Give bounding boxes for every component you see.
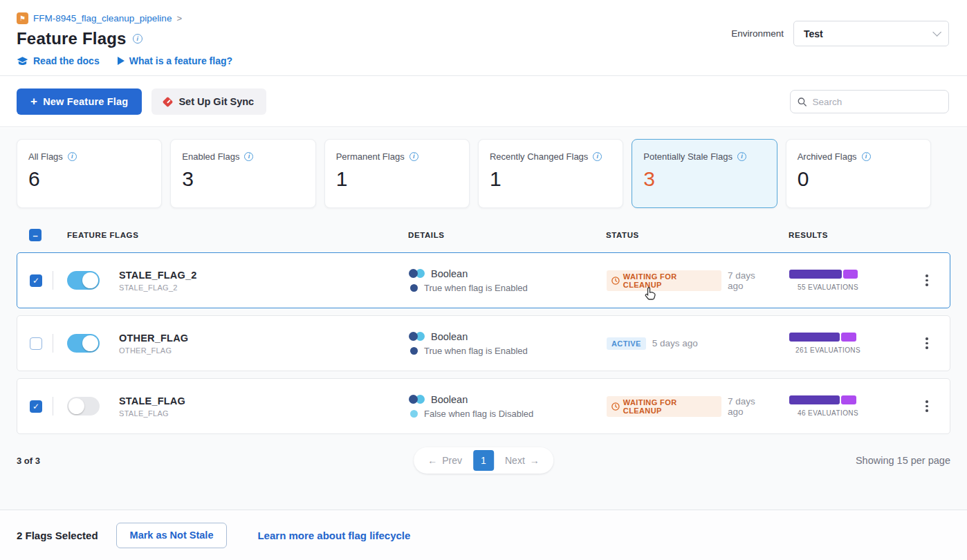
- kebab-menu-icon[interactable]: [921, 270, 932, 290]
- breadcrumb-chevron-icon: >: [176, 13, 182, 24]
- status-age: 7 days ago: [728, 270, 773, 291]
- kebab-menu-icon[interactable]: [921, 396, 932, 416]
- flag-id: STALE_FLAG: [119, 409, 185, 418]
- page-title: Feature Flags: [17, 29, 127, 48]
- evaluations-bar: [789, 270, 867, 279]
- toggle-knob: [82, 272, 98, 288]
- table-row[interactable]: ✓ STALE_FLAG_2 STALE_FLAG_2 Boolean True…: [17, 252, 950, 308]
- new-feature-flag-button[interactable]: + New Feature Flag: [17, 88, 142, 115]
- pagination: 3 of 3 ← Prev 1 Next → Showing 15 per pa…: [17, 447, 950, 474]
- col-header-details: DETAILS: [394, 231, 592, 239]
- rule-dot-icon: [410, 347, 418, 355]
- info-icon[interactable]: i: [68, 152, 77, 161]
- col-header-feature-flags: FEATURE FLAGS: [67, 231, 138, 239]
- flag-rule: True when flag is Enabled: [424, 283, 528, 293]
- stat-card-4[interactable]: Potentially Stale Flags i 3: [632, 139, 777, 208]
- flag-name[interactable]: STALE_FLAG_2: [119, 270, 197, 281]
- stat-card-5[interactable]: Archived Flags i 0: [786, 139, 931, 208]
- table-row[interactable]: OTHER_FLAG OTHER_FLAG Boolean True when …: [17, 315, 950, 371]
- main-content: All Flags i 6 Enabled Flags i 3 Permanen…: [0, 128, 967, 510]
- status-label: WAITING FOR CLEANUP: [623, 398, 717, 415]
- chevron-down-icon: [932, 28, 941, 37]
- stat-value: 3: [182, 167, 304, 191]
- table-row[interactable]: ✓ STALE_FLAG STALE_FLAG Boolean False wh…: [17, 378, 950, 434]
- info-icon[interactable]: i: [593, 152, 602, 161]
- table-header: – FEATURE FLAGS DETAILS STATUS RESULTS: [17, 218, 950, 252]
- row-checkbox[interactable]: [30, 337, 42, 350]
- kebab-menu-icon[interactable]: [921, 333, 932, 353]
- bar-segment-main: [789, 270, 842, 279]
- status-label: ACTIVE: [611, 339, 641, 348]
- flag-name[interactable]: STALE_FLAG: [119, 395, 185, 407]
- stat-card-0[interactable]: All Flags i 6: [17, 139, 162, 208]
- what-is-flag-label[interactable]: What is a feature flag?: [129, 55, 232, 66]
- prev-label: Prev: [442, 455, 462, 466]
- stat-card-2[interactable]: Permanent Flags i 1: [324, 139, 470, 208]
- status-badge[interactable]: WAITING FOR CLEANUP: [607, 270, 721, 291]
- stat-label: Potentially Stale Flags: [643, 151, 733, 162]
- flag-toggle[interactable]: [67, 397, 100, 416]
- plus-icon: +: [30, 95, 37, 109]
- status-age: 5 days ago: [652, 338, 698, 348]
- read-docs-link[interactable]: Read the docs: [17, 55, 100, 66]
- stat-card-3[interactable]: Recently Changed Flags i 1: [478, 139, 623, 208]
- bar-segment-main: [789, 333, 840, 342]
- evaluations-bar: [789, 333, 867, 342]
- flag-toggle[interactable]: [67, 334, 100, 353]
- clock-icon: [611, 277, 620, 285]
- next-label: Next: [505, 455, 525, 466]
- status-label: WAITING FOR CLEANUP: [623, 272, 717, 289]
- page-number-button[interactable]: 1: [473, 450, 494, 471]
- per-page-text: Showing 15 per page: [856, 455, 950, 466]
- status-badge[interactable]: ACTIVE: [607, 337, 646, 350]
- what-is-flag-link[interactable]: What is a feature flag?: [118, 55, 232, 66]
- stat-label: All Flags: [28, 151, 63, 162]
- flag-lifecycle-link[interactable]: Learn more about flag lifecycle: [257, 530, 410, 541]
- toggle-knob: [68, 398, 84, 414]
- rule-dot-icon: [410, 410, 418, 418]
- git-sync-button[interactable]: Set Up Git Sync: [151, 88, 266, 115]
- flag-rule: False when flag is Disabled: [424, 409, 533, 419]
- row-checkbox[interactable]: ✓: [30, 274, 42, 287]
- pager: ← Prev 1 Next →: [414, 447, 553, 474]
- boolean-type-icon: [409, 395, 425, 404]
- next-page-button[interactable]: Next →: [495, 451, 549, 470]
- flag-name[interactable]: OTHER_FLAG: [119, 333, 188, 344]
- evaluations-label: 261 EVALUATIONS: [789, 346, 867, 354]
- stat-label: Recently Changed Flags: [490, 151, 588, 162]
- select-all-checkbox[interactable]: –: [29, 229, 42, 241]
- stat-value: 0: [798, 167, 919, 191]
- flag-toggle[interactable]: [67, 271, 100, 290]
- toggle-knob: [82, 335, 98, 351]
- status-badge[interactable]: WAITING FOR CLEANUP: [607, 396, 721, 417]
- read-docs-label[interactable]: Read the docs: [33, 55, 100, 66]
- prev-page-button[interactable]: ← Prev: [418, 451, 472, 470]
- bar-segment-main: [789, 395, 840, 404]
- search-box[interactable]: [790, 90, 949, 113]
- evaluations-label: 55 EVALUATIONS: [789, 283, 867, 291]
- row-checkbox[interactable]: ✓: [30, 400, 42, 413]
- title-info-icon[interactable]: i: [133, 34, 142, 44]
- breadcrumb-project[interactable]: FFM-8945_flag_cleanup_pipeline: [33, 13, 172, 24]
- page-header: ⚑ FFM-8945_flag_cleanup_pipeline > Featu…: [0, 0, 967, 76]
- info-icon[interactable]: i: [737, 152, 746, 161]
- bar-segment-alt: [843, 270, 858, 279]
- row-count: 3 of 3: [17, 456, 40, 466]
- info-icon[interactable]: i: [862, 152, 871, 161]
- evaluations-bar: [789, 395, 867, 404]
- info-icon[interactable]: i: [244, 152, 253, 161]
- search-input[interactable]: [812, 97, 941, 107]
- stat-card-1[interactable]: Enabled Flags i 3: [170, 139, 315, 208]
- new-feature-flag-label: New Feature Flag: [43, 96, 128, 107]
- play-icon: [118, 57, 125, 65]
- mark-not-stale-button[interactable]: Mark as Not Stale: [116, 523, 228, 548]
- git-icon: [163, 96, 174, 107]
- info-icon[interactable]: i: [409, 152, 418, 161]
- environment-select[interactable]: Test: [793, 21, 949, 46]
- git-sync-label: Set Up Git Sync: [178, 96, 254, 107]
- boolean-type-icon: [409, 332, 425, 341]
- flag-id: OTHER_FLAG: [119, 346, 188, 355]
- rule-dot-icon: [410, 284, 418, 292]
- flag-id: STALE_FLAG_2: [119, 283, 197, 292]
- prev-arrow-icon: ←: [427, 455, 437, 466]
